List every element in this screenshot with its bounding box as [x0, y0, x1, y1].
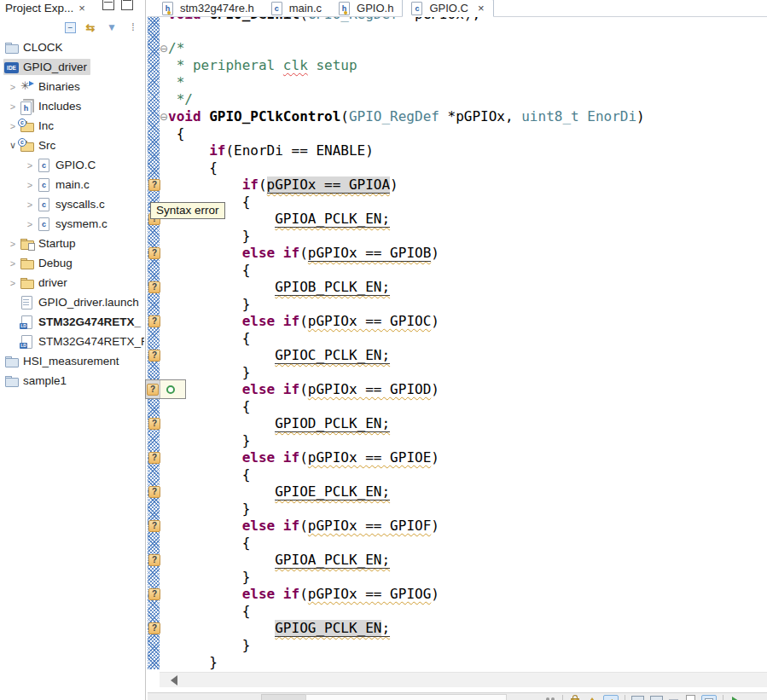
chevron-right-icon[interactable]: >	[7, 82, 19, 92]
problem-marker-icon[interactable]: ?	[148, 588, 160, 600]
tree-item-label: CLOCK	[23, 41, 63, 54]
tree-item-sample1[interactable]: sample1	[0, 371, 144, 390]
annotation-ruler[interactable]	[148, 16, 160, 669]
binaries-icon	[20, 80, 34, 93]
bottom-bar-field[interactable]	[305, 694, 507, 700]
view-menu-icon[interactable]: ⁞	[126, 20, 140, 34]
caret-up-icon[interactable]	[586, 695, 597, 700]
fold-collapse-icon[interactable]: ⊖	[159, 43, 169, 54]
code-line: GPIOE_PCLK_EN;	[168, 483, 390, 500]
editor-tab-label: GPIO.C	[429, 2, 468, 14]
project-explorer-panel: Project Exp... × − ⇆ ▼ ⁞ CLOCKIDEGPIO_dr…	[0, 0, 146, 700]
tree-item-sysmem-c[interactable]: >csysmem.c	[0, 214, 144, 234]
restore-window-icon[interactable]	[701, 695, 717, 700]
tree-item-label: syscalls.c	[55, 198, 105, 211]
problem-marker-icon[interactable]: ?	[148, 350, 160, 362]
code-line: * peripheral clk setup	[168, 57, 357, 74]
tree-item-main-c[interactable]: >cmain.c	[0, 175, 144, 194]
code-line: else if(pGPIOx == GPIOF)	[168, 518, 439, 535]
chevron-right-icon[interactable]: >	[7, 101, 19, 112]
maximize-view-icon[interactable]	[121, 0, 133, 10]
chevron-right-icon[interactable]: >	[24, 219, 36, 229]
code-line: }	[168, 228, 250, 245]
tab-project-explorer[interactable]: Project Exp... ×	[5, 2, 85, 14]
tree-item-stm32g474retx[interactable]: LDSTM32G474RETX_	[0, 312, 144, 332]
tree-item-clock[interactable]: CLOCK	[0, 38, 144, 57]
editor-tab-gpio-c[interactable]: cGPIO.C×	[402, 0, 493, 17]
code-line: void GPIO_PClkControl(GPIO_RegDef *pGPIO…	[168, 108, 645, 125]
tree-item-label: STM32G474RETX_	[38, 315, 141, 328]
tree-item-inc[interactable]: >cInc	[0, 116, 144, 136]
close-icon[interactable]: ×	[78, 2, 85, 14]
chevron-right-icon[interactable]: >	[7, 121, 19, 131]
syntax-error-tooltip: Syntax error	[150, 202, 225, 219]
file-icon[interactable]	[686, 695, 695, 700]
code-line: }	[168, 432, 250, 449]
problem-marker-icon[interactable]: ?	[148, 486, 160, 498]
last-edit-location-icon[interactable]	[603, 695, 619, 700]
tree-item-label: Startup	[38, 237, 76, 250]
tree-item-label: Debug	[38, 257, 73, 269]
close-icon[interactable]: ×	[478, 2, 485, 14]
minimize-icon[interactable]	[669, 695, 680, 700]
scroll-left-arrow-icon[interactable]	[171, 675, 177, 686]
folder-closed-icon	[4, 355, 19, 367]
chevron-right-icon[interactable]: >	[24, 200, 36, 210]
code-line: GPIOD_PCLK_EN;	[168, 415, 390, 432]
tree-item-src[interactable]: ∨cSrc	[0, 136, 144, 155]
startup-folder-icon	[20, 237, 34, 250]
editor-tab-stm32g474re-h[interactable]: hstm32g474re.h	[154, 0, 263, 16]
collapse-all-icon[interactable]: −	[65, 22, 76, 33]
chevron-down-icon[interactable]: ∨	[7, 140, 19, 151]
problem-marker-icon[interactable]: ?	[148, 281, 160, 293]
problem-marker-icon[interactable]: ?	[148, 247, 160, 259]
editor-tab-gpio-h[interactable]: hGPIO.h	[330, 0, 402, 16]
chevron-right-icon[interactable]: >	[24, 180, 36, 190]
bottom-bar-segment[interactable]	[261, 694, 307, 700]
problem-marker-icon[interactable]: ?	[148, 179, 160, 191]
window-icon[interactable]	[631, 696, 644, 700]
chevron-right-icon[interactable]: >	[7, 258, 19, 269]
tree-item-includes[interactable]: >hIncludes	[0, 96, 144, 116]
editor-area: hstm32g474re.hcmain.chGPIO.hcGPIO.C× voi…	[148, 0, 767, 700]
tree-item-gpio-driver-launch[interactable]: GPIO_driver.launch	[0, 292, 144, 312]
window-icon[interactable]	[650, 696, 663, 700]
editor-tab-main-c[interactable]: cmain.c	[263, 0, 330, 16]
chevron-right-icon[interactable]: >	[7, 239, 19, 249]
filter-icon[interactable]: ▼	[105, 20, 119, 34]
tree-item-stm32g474retx-r[interactable]: LDSTM32G474RETX_R	[0, 332, 144, 351]
problem-marker-icon[interactable]: ?	[148, 418, 160, 430]
project-explorer-tab-label: Project Exp...	[5, 2, 73, 14]
problem-marker-icon[interactable]: ?	[148, 622, 160, 634]
bottom-toolbar-icons	[545, 695, 741, 700]
code-line: GPIOB_PCLK_EN;	[168, 279, 390, 296]
problem-marker-icon[interactable]: ?	[148, 452, 160, 464]
ide-project-icon: IDE	[4, 62, 19, 73]
tree-item-syscalls-c[interactable]: >csyscalls.c	[0, 194, 144, 214]
problem-marker-icon[interactable]: ?	[148, 520, 160, 532]
code-line: }	[168, 654, 218, 671]
problem-marker-icon[interactable]: ?	[148, 554, 160, 566]
chevron-right-icon[interactable]: >	[24, 160, 36, 171]
tree-item-gpio-driver[interactable]: IDEGPIO_driver	[0, 57, 144, 77]
lock-icon[interactable]	[569, 695, 580, 700]
code-line: if(pGPIOx == GPIOA)	[168, 176, 398, 194]
tree-item-gpio-c[interactable]: >cGPIO.C	[0, 155, 144, 175]
tree-item-binaries[interactable]: >Binaries	[0, 77, 144, 96]
problem-marker-icon[interactable]: ?	[147, 384, 159, 396]
tree-item-label: sysmem.c	[55, 217, 107, 230]
tree-item-label: Binaries	[38, 80, 80, 93]
find-occurrences-icon[interactable]	[545, 695, 556, 700]
tree-item-startup[interactable]: >Startup	[0, 234, 144, 253]
chevron-right-icon[interactable]: >	[7, 278, 19, 288]
run-icon[interactable]	[729, 695, 741, 700]
tree-item-driver[interactable]: >driver	[0, 273, 144, 292]
link-with-editor-icon[interactable]: ⇆	[84, 20, 97, 34]
minimize-view-icon[interactable]	[102, 0, 114, 10]
tree-item-debug[interactable]: >Debug	[0, 253, 144, 273]
horizontal-scrollbar[interactable]	[160, 672, 767, 687]
tree-item-hsi-measurement[interactable]: HSI_measurement	[0, 351, 144, 371]
problem-marker-icon[interactable]: ?	[148, 315, 160, 327]
folder-closed-icon	[4, 41, 19, 54]
fold-collapse-icon[interactable]: ⊖	[159, 112, 169, 122]
